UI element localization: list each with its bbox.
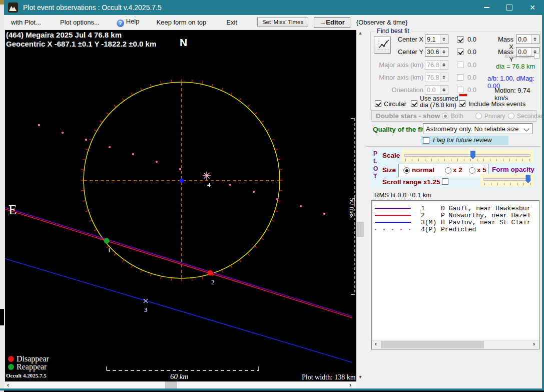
list-scroll-right-arrow[interactable]: › <box>530 340 538 348</box>
mass-x-field[interactable]: 0.0 <box>516 35 539 44</box>
chord-line-1[interactable] <box>5 207 352 316</box>
circle-tick <box>141 88 142 90</box>
shape-model-checkbox[interactable] <box>534 53 539 59</box>
quality-label: Quality of the fit <box>373 126 424 133</box>
predicted-dot <box>253 191 255 193</box>
fit-field-3-value: 76.8 <box>425 73 440 82</box>
include-miss-checkbox[interactable] <box>459 100 465 107</box>
fit-field-4[interactable]: 0.0 <box>425 85 448 95</box>
list-scroll-left-arrow[interactable]: ‹ <box>372 340 380 348</box>
predicted-dot <box>156 161 158 163</box>
fit-field-2[interactable]: 76.8 <box>425 60 448 70</box>
set-miss-times-button[interactable]: Set 'Miss' Times <box>257 17 308 27</box>
list-scroll-thumb[interactable] <box>381 341 484 348</box>
use-assumed-checkbox[interactable] <box>411 100 417 107</box>
plot-horizontal-scrollbar[interactable]: ‹ › <box>4 381 356 389</box>
observation-row[interactable]: 3(M)H Pavlov, near St Clair <box>372 219 539 226</box>
maximize-button[interactable] <box>498 0 521 15</box>
size-normal-radio[interactable] <box>403 167 410 174</box>
plot-vertical-scrollbar[interactable]: ▲ ▼ <box>356 29 364 381</box>
scroll-right-arrow[interactable]: › <box>346 381 354 389</box>
circle-tick <box>81 170 84 170</box>
plot-canvas[interactable]: 1234(464) Megaira 2025 Jul 4 76.8 kmGeoc… <box>5 30 356 381</box>
flag-review-checkbox[interactable] <box>423 137 429 144</box>
predicted-dot <box>109 146 111 148</box>
predicted-dot <box>62 132 64 134</box>
minimize-button[interactable] <box>475 0 498 15</box>
observations-list[interactable]: 1D Gault, near Hawkesbur2P Nosworthy, ne… <box>371 200 539 349</box>
observation-row[interactable]: 2P Nosworthy, near Hazel <box>372 212 539 219</box>
size-x5-radio[interactable] <box>469 167 475 174</box>
fit-field-0-down[interactable] <box>440 40 448 44</box>
close-button[interactable]: ✕ <box>521 0 544 15</box>
menu-with-plot[interactable]: with Plot... <box>9 17 43 28</box>
event-marker-1[interactable] <box>104 238 110 244</box>
quality-dropdown[interactable]: Astrometry only. No reliable size <box>423 123 532 134</box>
fit-field-2-up[interactable] <box>440 61 448 65</box>
double-stars-label: Double stars - show <box>376 112 440 120</box>
fit-center-dot[interactable] <box>180 179 184 183</box>
fit-field-4-up[interactable] <box>440 86 448 90</box>
size-normal-label: normal <box>412 166 434 174</box>
scroll-down-arrow[interactable]: ▼ <box>356 373 364 381</box>
circle-tick <box>83 201 85 201</box>
circle-tick <box>86 149 88 150</box>
observation-number: 2 <box>421 212 425 219</box>
list-horizontal-scrollbar[interactable]: ‹ › <box>372 340 539 349</box>
circle-tick <box>267 230 269 231</box>
fit-sigma-checkbox[interactable] <box>457 74 463 81</box>
circle-tick <box>161 277 161 279</box>
fit-field-1[interactable]: 30.6 <box>425 47 448 57</box>
plot-letter-t: T <box>373 173 377 180</box>
fit-field-1-down[interactable] <box>440 52 448 57</box>
horizontal-scroll-thumb[interactable] <box>165 381 177 389</box>
plot-area[interactable]: 1234(464) Megaira 2025 Jul 4 76.8 kmGeoc… <box>4 29 356 381</box>
circle-tick <box>261 238 263 240</box>
scale-slider[interactable] <box>401 150 533 163</box>
fit-field-3[interactable]: 76.8 <box>425 73 448 82</box>
vertical-scroll-thumb[interactable] <box>357 222 364 237</box>
fit-sigma-checkbox[interactable] <box>457 49 463 55</box>
mass-y-field-up[interactable] <box>531 48 539 52</box>
scroll-left-arrow[interactable]: ‹ <box>4 381 12 389</box>
scroll-range-checkbox[interactable] <box>442 178 448 185</box>
mass-x-field-up[interactable] <box>531 35 539 40</box>
north-label: N <box>180 37 187 48</box>
fit-field-4-down[interactable] <box>440 90 448 95</box>
help-icon: ? <box>117 20 124 27</box>
circular-checkbox[interactable] <box>375 100 381 107</box>
chord-line-3[interactable] <box>5 258 352 362</box>
form-opacity-slider[interactable] <box>480 174 534 187</box>
circle-tick <box>280 191 282 191</box>
size-x2-radio[interactable] <box>445 167 451 174</box>
double-stars-both-radio[interactable] <box>442 113 448 119</box>
chord-line-2[interactable] <box>5 209 352 318</box>
menu-plot-options[interactable]: Plot options... <box>58 17 102 28</box>
observation-name: H Pavlov, near St Clair <box>441 219 530 226</box>
menu-exit[interactable]: Exit <box>224 17 239 28</box>
scale-slider-track <box>404 154 530 157</box>
double-stars-primary-radio[interactable] <box>475 113 482 119</box>
fit-field-0-up[interactable] <box>440 35 448 40</box>
fit-sigma-checkbox[interactable] <box>457 36 463 43</box>
observation-row[interactable]: 1D Gault, near Hawkesbur <box>372 205 539 212</box>
observation-row[interactable]: 4(P)Predicted <box>372 226 539 233</box>
menu-help[interactable]: ?Help <box>115 16 142 29</box>
fit-field-3-up[interactable] <box>440 73 448 78</box>
fit-sigma-checkbox[interactable] <box>457 87 463 93</box>
fit-row-label: Orientation <box>371 86 423 94</box>
editor-button[interactable]: →Editor <box>314 17 350 28</box>
scroll-up-arrow[interactable]: ▲ <box>356 29 364 38</box>
fit-field-3-down[interactable] <box>440 78 448 82</box>
fit-field-1-up[interactable] <box>440 48 448 52</box>
event-marker-2[interactable] <box>208 270 213 276</box>
scale-slider-thumb[interactable] <box>470 151 475 159</box>
opacity-slider-thumb[interactable] <box>525 175 530 183</box>
fit-field-2-down[interactable] <box>440 65 448 70</box>
fit-sigma-checkbox[interactable] <box>457 62 463 68</box>
fit-field-0[interactable]: 9.1 <box>425 35 448 44</box>
menu-keep-on-top[interactable]: Keep form on top <box>155 17 209 28</box>
double-stars-secondary-radio[interactable] <box>508 113 514 119</box>
circle-tick <box>212 84 213 87</box>
mass-x-field-down[interactable] <box>531 40 539 44</box>
